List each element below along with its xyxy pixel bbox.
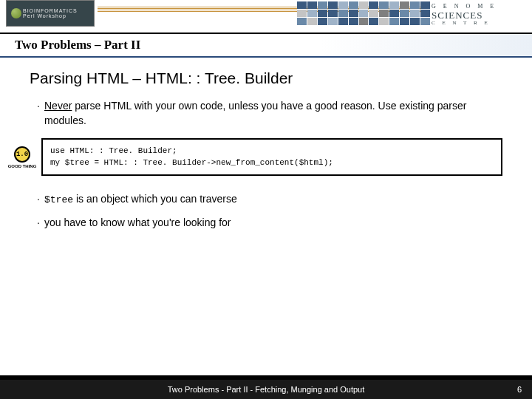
logo-text-bottom: Perl Workshop <box>23 13 94 18</box>
badge-caption: GOOD THING <box>8 164 37 168</box>
code-block: use HTML: : Tree. Builder; my $tree = HT… <box>41 138 502 176</box>
footer: Two Problems - Part II - Fetching, Mungi… <box>0 375 532 399</box>
page-number: 6 <box>517 385 522 394</box>
title-bar: Two Problems – Part II <box>0 33 532 58</box>
good-thing-badge: 1.0 GOOD THING <box>7 146 37 168</box>
badge-circle: 1.0 <box>14 146 30 163</box>
logo-right-line2: SCIENCES <box>432 10 482 20</box>
slide-title: Two Problems – Part II <box>15 38 140 52</box>
bullet-1-underline: Never <box>44 100 72 112</box>
bullet-2-code: $tree <box>44 194 73 205</box>
bullet-2-text: is an object which you can traverse <box>73 193 237 205</box>
content-area: Parsing HTML – HTML: : Tree. Builder Nev… <box>0 58 532 399</box>
banner: BIOINFORMATICS Perl Workshop G E N O M E… <box>0 0 532 33</box>
bullet-2: $tree is an object which you can travers… <box>0 192 532 207</box>
logo-right-line1: G E N O M E <box>432 4 497 10</box>
bullet-1-text: parse HTML with your own code, unless yo… <box>44 100 466 126</box>
footer-text: Two Problems - Part II - Fetching, Mungi… <box>168 385 365 394</box>
bullet-1: Never parse HTML with your own code, unl… <box>0 99 532 128</box>
logo-right: G E N O M E SCIENCES C E N T R E <box>432 1 526 28</box>
logo-left: BIOINFORMATICS Perl Workshop <box>6 0 95 27</box>
mosaic-decoration <box>297 1 430 25</box>
logo-right-line3: C E N T R E <box>432 21 491 26</box>
code-row: 1.0 GOOD THING use HTML: : Tree. Builder… <box>7 138 525 176</box>
footer-row: Two Problems - Part II - Fetching, Mungi… <box>0 380 532 399</box>
logo-text-top: BIOINFORMATICS <box>23 8 94 13</box>
content-heading: Parsing HTML – HTML: : Tree. Builder <box>0 69 532 87</box>
slide: BIOINFORMATICS Perl Workshop G E N O M E… <box>0 0 532 399</box>
bullet-3: you have to know what you're looking for <box>0 216 532 231</box>
swirl-icon <box>11 8 21 18</box>
